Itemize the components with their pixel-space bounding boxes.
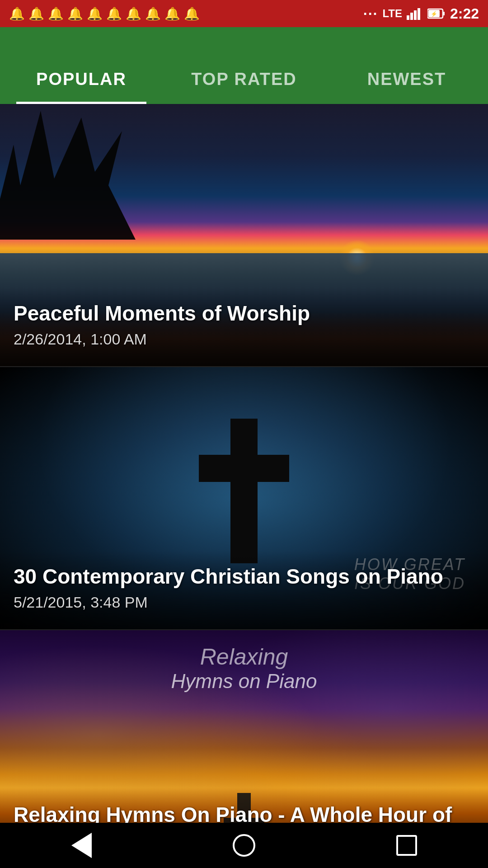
bell-icon-4: 🔔 <box>67 6 83 21</box>
svg-rect-0 <box>407 15 409 20</box>
home-icon <box>233 834 255 857</box>
card-1-title: Peaceful Moments of Worship <box>14 301 474 326</box>
svg-rect-1 <box>410 13 413 20</box>
nav-recent-button[interactable] <box>389 827 425 863</box>
nav-home-button[interactable] <box>226 827 262 863</box>
app-header <box>0 27 488 54</box>
bell-icon-1: 🔔 <box>9 6 25 21</box>
status-indicators: ··· LTE ⚡ 2:22 <box>363 5 479 22</box>
tab-newest-label: NEWEST <box>367 70 446 89</box>
bell-icon-2: 🔔 <box>28 6 44 21</box>
svg-rect-2 <box>414 10 417 20</box>
nav-bar <box>0 823 488 868</box>
card-2[interactable]: HOW GREAT IS OUR GOD 30 Contemporary Chr… <box>0 367 488 630</box>
bell-icon-3: 🔔 <box>48 6 64 21</box>
signal-icon <box>407 7 423 20</box>
svg-text:⚡: ⚡ <box>431 10 437 17</box>
overflow-dots: ··· <box>363 5 378 22</box>
lte-indicator: LTE <box>382 7 402 20</box>
tab-popular-label: POPULAR <box>36 70 127 89</box>
bell-icon-5: 🔔 <box>87 6 103 21</box>
bell-icon-7: 🔔 <box>126 6 141 21</box>
status-bar: 🔔 🔔 🔔 🔔 🔔 🔔 🔔 🔔 🔔 🔔 ··· LTE ⚡ 2:22 <box>0 0 488 27</box>
recent-icon <box>396 835 417 856</box>
content-area: Peaceful Moments of Worship 2/26/2014, 1… <box>0 104 488 868</box>
bell-icon-6: 🔔 <box>106 6 122 21</box>
back-icon <box>71 833 92 858</box>
bell-icon-9: 🔔 <box>164 6 180 21</box>
relaxing-script-text: Relaxing <box>0 644 488 670</box>
card-1[interactable]: Peaceful Moments of Worship 2/26/2014, 1… <box>0 104 488 367</box>
trees-silhouette <box>0 104 136 240</box>
hymns-text-overlay: Relaxing Hymns on Piano <box>0 644 488 693</box>
cross-large <box>230 419 258 563</box>
hymns-piano-text: Hymns on Piano <box>0 670 488 693</box>
nav-back-button[interactable] <box>63 827 99 863</box>
card-2-date: 5/21/2015, 3:48 PM <box>14 594 474 611</box>
tab-top-rated-label: TOP RATED <box>191 70 296 89</box>
card-2-caption: 30 Contemporary Christian Songs on Piano… <box>0 551 488 629</box>
tab-newest[interactable]: NEWEST <box>325 54 488 104</box>
tab-popular[interactable]: POPULAR <box>0 54 163 104</box>
card-1-caption: Peaceful Moments of Worship 2/26/2014, 1… <box>0 288 488 366</box>
bell-icon-8: 🔔 <box>145 6 161 21</box>
clock: 2:22 <box>450 5 479 22</box>
bell-icon-10: 🔔 <box>184 6 200 21</box>
card-2-title: 30 Contemporary Christian Songs on Piano <box>14 564 474 589</box>
tab-bar: POPULAR TOP RATED NEWEST <box>0 54 488 104</box>
cross-horizontal <box>199 455 289 482</box>
notification-icons: 🔔 🔔 🔔 🔔 🔔 🔔 🔔 🔔 🔔 🔔 <box>9 6 200 21</box>
svg-rect-3 <box>418 8 420 20</box>
tab-top-rated[interactable]: TOP RATED <box>163 54 325 104</box>
card-1-date: 2/26/2014, 1:00 AM <box>14 330 474 348</box>
cross-vertical <box>230 419 258 563</box>
svg-rect-5 <box>443 12 445 15</box>
battery-icon: ⚡ <box>427 7 446 20</box>
